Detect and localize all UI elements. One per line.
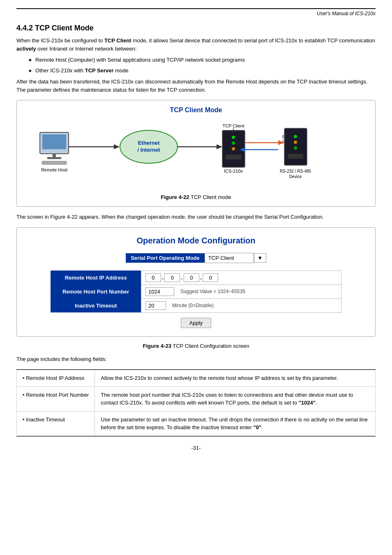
svg-text:Remote Host: Remote Host bbox=[41, 167, 67, 172]
remote-host-group: Remote Host bbox=[40, 132, 69, 172]
table-row: Remote Host IP Address . . . bbox=[51, 271, 341, 284]
config-title: Operation Mode Configuration bbox=[25, 236, 367, 245]
config-table: Remote Host IP Address . . . bbox=[51, 271, 341, 313]
inactive-timeout-value-cell: Minute (0=Disable) bbox=[141, 298, 341, 312]
port-number-label: Remote Host Port Number bbox=[51, 284, 141, 298]
field-desc-ip: Allow the ICS-210x to connect actively t… bbox=[95, 370, 376, 386]
intro-paragraph-2: After the data has been transferred, the… bbox=[16, 78, 376, 94]
timeout-input[interactable] bbox=[145, 301, 166, 310]
ip-octet-2[interactable] bbox=[164, 273, 180, 282]
list-item: Remote Host (Computer) with Serial appli… bbox=[29, 56, 376, 64]
ip-octet-1[interactable] bbox=[145, 273, 161, 282]
dropdown-arrow[interactable]: ▼ bbox=[254, 253, 266, 263]
page-header: User's Manual of ICS-210x bbox=[16, 8, 376, 16]
figure-23-caption: Figure 4-23 TCP Client Configuration scr… bbox=[16, 343, 376, 349]
port-number-value-cell: Suggest Value = 1024~65535 bbox=[141, 284, 341, 298]
svg-point-30 bbox=[294, 141, 297, 144]
field-desc-timeout: Use the parameter to set an inactive tim… bbox=[95, 411, 376, 436]
svg-point-31 bbox=[294, 146, 297, 150]
field-name-port: • Remote Host Port Number bbox=[17, 386, 95, 411]
page-number: -31- bbox=[16, 445, 376, 451]
timeout-hint: Minute (0=Disable) bbox=[172, 303, 214, 308]
inactive-timeout-label: Inactive Timeout bbox=[51, 298, 141, 312]
svg-rect-4 bbox=[42, 161, 67, 164]
intro-paragraph-1: When the ICS-210x be configured to TCP C… bbox=[16, 37, 376, 53]
port-input[interactable] bbox=[145, 287, 174, 296]
paragraph-after: The page includes the following fields: bbox=[16, 355, 376, 363]
svg-rect-32 bbox=[288, 154, 303, 159]
apply-row: Apply bbox=[25, 318, 367, 328]
serial-port-row: Serial Port Operating Mode TCP Client ▼ bbox=[25, 253, 367, 263]
field-desc-port: The remote host port number that ICS-210… bbox=[95, 386, 376, 411]
list-item: Other ICS-210x with TCP Server mode bbox=[29, 67, 376, 75]
port-row: Suggest Value = 1024~65535 bbox=[145, 287, 337, 296]
figure-22-caption: Figure 4-22 TCP Client mode bbox=[23, 194, 369, 200]
table-row: • Remote Host IP Address Allow the ICS-2… bbox=[17, 370, 376, 386]
ip-octet-4[interactable] bbox=[203, 273, 218, 282]
svg-point-14 bbox=[232, 136, 235, 139]
diagram-svg: Remote Host Ethernet / Internet ICS-210x… bbox=[28, 120, 364, 190]
section-title: 4.4.2 TCP Client Mode bbox=[16, 24, 376, 32]
svg-text:RS-232 / RS-485: RS-232 / RS-485 bbox=[280, 169, 311, 173]
para-before-fig23: The screen in Figure 4-22 appears. When … bbox=[16, 213, 376, 221]
tcp-client-diagram: Remote Host Ethernet / Internet ICS-210x… bbox=[23, 120, 369, 190]
svg-rect-1 bbox=[42, 134, 66, 149]
serial-port-value[interactable]: TCP Client bbox=[205, 253, 254, 263]
ip-input-group: . . . bbox=[145, 273, 337, 282]
apply-button[interactable]: Apply bbox=[181, 318, 212, 328]
timeout-row: Minute (0=Disable) bbox=[145, 301, 337, 310]
serial-port-label: Serial Port Operating Mode bbox=[126, 253, 205, 263]
ip-octet-3[interactable] bbox=[184, 273, 199, 282]
figure-22-box: TCP Client Mode Remote Host Ethernet / bbox=[16, 100, 376, 207]
svg-rect-3 bbox=[47, 157, 61, 159]
table-row: • Remote Host Port Number The remote hos… bbox=[17, 386, 376, 411]
fig23-caption-text: TCP Client Configuration screen bbox=[173, 343, 249, 349]
table-row: Remote Host Port Number Suggest Value = … bbox=[51, 284, 341, 298]
svg-text:TCP Client: TCP Client bbox=[223, 123, 244, 128]
svg-text:ICS-210x: ICS-210x bbox=[224, 169, 243, 173]
svg-marker-12 bbox=[217, 144, 222, 149]
svg-text:Device: Device bbox=[289, 174, 302, 179]
svg-marker-7 bbox=[114, 144, 120, 149]
svg-point-16 bbox=[232, 147, 235, 150]
header-text: User's Manual of ICS-210x bbox=[317, 11, 376, 16]
fields-table: • Remote Host IP Address Allow the ICS-2… bbox=[16, 369, 376, 437]
figure-23-box: Operation Mode Configuration Serial Port… bbox=[16, 227, 376, 337]
svg-text:Ethernet: Ethernet bbox=[138, 140, 160, 146]
field-name-timeout: • Inactive Timeout bbox=[17, 411, 95, 436]
table-row: Inactive Timeout Minute (0=Disable) bbox=[51, 298, 341, 312]
svg-point-29 bbox=[294, 135, 297, 138]
figure-22-title: TCP Client Mode bbox=[23, 106, 369, 114]
bullet-list: Remote Host (Computer) with Serial appli… bbox=[29, 56, 376, 74]
field-name-ip: • Remote Host IP Address bbox=[17, 370, 95, 386]
port-hint: Suggest Value = 1024~65535 bbox=[180, 289, 245, 294]
table-row: • Inactive Timeout Use the parameter to … bbox=[17, 411, 376, 436]
ip-address-value-cell: . . . bbox=[141, 271, 341, 284]
svg-point-15 bbox=[232, 141, 235, 145]
svg-text:/ Internet: / Internet bbox=[138, 147, 161, 153]
svg-rect-17 bbox=[226, 155, 241, 160]
ip-address-label: Remote Host IP Address bbox=[51, 271, 141, 284]
